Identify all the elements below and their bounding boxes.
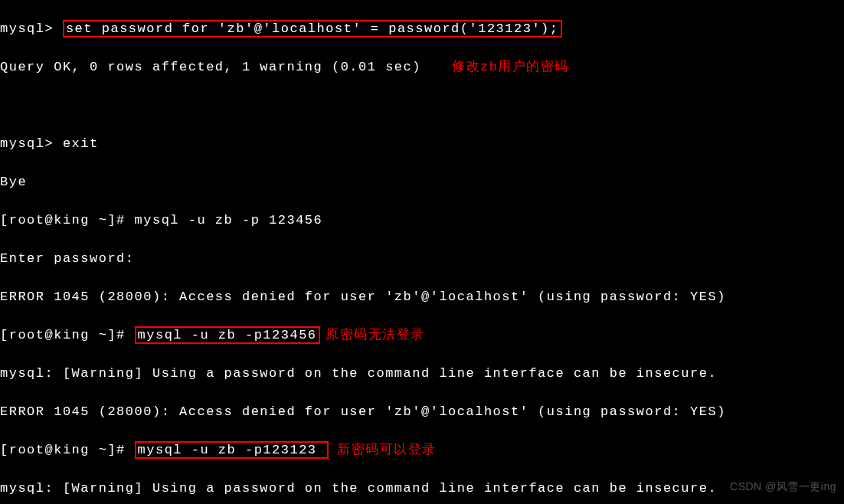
watermark-text: CSDN @风雪一更ing (730, 477, 836, 496)
terminal-line: Query OK, 0 rows affected, 1 warning (0.… (0, 57, 844, 77)
terminal-line: mysql: [Warning] Using a password on the… (0, 364, 844, 383)
terminal-line: [root@king ~]# mysql -u zb -p123123 新密码可… (0, 440, 844, 460)
terminal-line: mysql: [Warning] Using a password on the… (0, 479, 844, 498)
highlighted-command: set password for 'zb'@'localhost' = pass… (63, 20, 562, 38)
prompt-text: mysql> (0, 21, 63, 36)
terminal-line: mysql> set password for 'zb'@'localhost'… (0, 19, 844, 38)
terminal-line: ERROR 1045 (28000): Access denied for us… (0, 402, 844, 421)
terminal-line: [root@king ~]# mysql -u zb -p123456原密码无法… (0, 326, 844, 345)
terminal-line: [root@king ~]# mysql -u zb -p 123456 (0, 211, 844, 230)
highlighted-command: mysql -u zb -p123456 (135, 326, 320, 344)
terminal-line: ERROR 1045 (28000): Access denied for us… (0, 287, 844, 306)
prompt-text: [root@king ~]# (0, 443, 135, 457)
prompt-text: [root@king ~]# (0, 328, 135, 342)
terminal-line: Bye (0, 172, 844, 191)
terminal-line: mysql> exit (0, 134, 844, 153)
annotation-new-password-works: 新密码可以登录 (337, 440, 437, 460)
terminal-window[interactable]: mysql> set password for 'zb'@'localhost'… (0, 0, 844, 504)
highlighted-command: mysql -u zb -p123123 (135, 441, 329, 459)
terminal-line: Enter password: (0, 249, 844, 268)
output-text: Query OK, 0 rows affected, 1 warning (0.… (0, 60, 421, 74)
annotation-old-password-fails: 原密码无法登录 (325, 326, 425, 345)
terminal-line (0, 96, 844, 115)
annotation-change-password: 修改zb用户的密码 (452, 57, 569, 77)
